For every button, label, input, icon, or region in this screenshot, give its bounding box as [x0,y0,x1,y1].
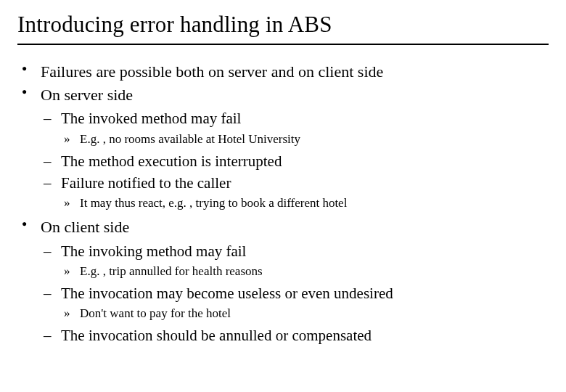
bullet-text: On client side [41,218,129,236]
subsub-text: E.g. , trip annulled for health reasons [80,264,263,278]
sub-item: The invocation should be annulled or com… [41,325,549,346]
sub-item: The invoked method may fail E.g. , no ro… [41,108,549,147]
bullet-text: Failures are possible both on server and… [41,62,383,81]
subsub-text: Don't want to pay for the hotel [80,306,231,320]
title-rule [17,44,549,45]
subsub-list: It may thus react, e.g. , trying to book… [61,195,549,212]
bullet-item: Failures are possible both on server and… [17,61,549,83]
sub-text: The invoked method may fail [61,110,241,127]
sub-item: The method execution is interrupted [41,151,549,171]
sub-text: The invoking method may fail [61,242,246,260]
subsub-text: It may thus react, e.g. , trying to book… [80,196,347,210]
slide: Introducing error handling in ABS Failur… [0,0,566,392]
sub-item: The invocation may become useless or eve… [41,283,549,322]
sub-list: The invoking method may fail E.g. , trip… [41,241,549,346]
subsub-list: Don't want to pay for the hotel [61,305,549,322]
sub-list: The invoked method may fail E.g. , no ro… [41,108,549,212]
subsub-item: It may thus react, e.g. , trying to book… [61,195,549,212]
bullet-item: On server side The invoked method may fa… [17,84,549,212]
sub-text: The invocation may become useless or eve… [61,285,393,302]
bullet-item: On client side The invoking method may f… [17,216,549,346]
sub-text: The method execution is interrupted [61,152,282,170]
bullet-text: On server side [41,86,133,104]
bullet-list: Failures are possible both on server and… [17,61,549,346]
sub-item: Failure notified to the caller It may th… [41,173,549,212]
sub-text: Failure notified to the caller [61,174,231,192]
sub-text: The invocation should be annulled or com… [61,327,372,344]
subsub-text: E.g. , no rooms available at Hotel Unive… [80,132,300,146]
subsub-item: E.g. , trip annulled for health reasons [61,263,549,280]
subsub-list: E.g. , trip annulled for health reasons [61,263,549,280]
sub-item: The invoking method may fail E.g. , trip… [41,241,549,280]
subsub-item: Don't want to pay for the hotel [61,305,549,322]
subsub-item: E.g. , no rooms available at Hotel Unive… [61,131,549,148]
subsub-list: E.g. , no rooms available at Hotel Unive… [61,131,549,148]
slide-title: Introducing error handling in ABS [17,12,549,38]
